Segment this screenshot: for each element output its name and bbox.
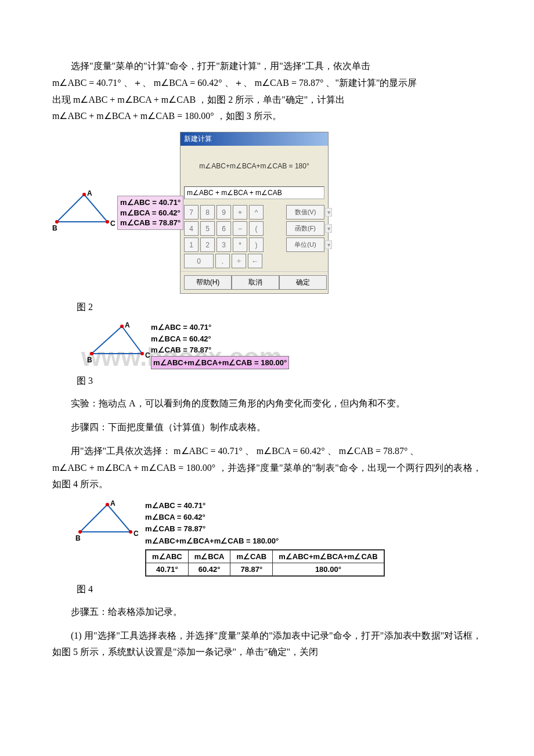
svg-text:C: C	[145, 351, 150, 359]
calc-input[interactable]: m∠ABC + m∠BCA + m∠CAB	[184, 186, 324, 199]
meas-bca: m∠BCA = 60.42°	[120, 208, 181, 218]
key-5[interactable]: 5	[200, 221, 215, 236]
svg-point-8	[120, 325, 124, 328]
p1-text-e: ，如图 3 所示。	[217, 111, 282, 121]
fig3-bca: m∠BCA = 60.42°	[151, 333, 482, 345]
svg-text:B: B	[75, 534, 81, 542]
svg-point-10	[140, 352, 144, 355]
paragraph-1: 选择"度量"菜单的"计算"命令，打开"新建计算"，用"选择"工具，依次单击 m∠…	[52, 58, 482, 125]
angle-table: m∠ABC m∠BCA m∠CAB m∠ABC+m∠BCA+m∠CAB 40.7…	[145, 549, 385, 577]
dialog-buttons: 帮助(H) 取消 确定	[181, 271, 328, 293]
key-mult[interactable]: *	[233, 237, 247, 252]
key-rparen[interactable]: )	[249, 237, 264, 252]
td-abc: 40.71°	[146, 563, 188, 576]
key-caret[interactable]: ^	[249, 205, 264, 219]
svg-text:B: B	[52, 224, 57, 232]
fig4-sum: m∠ABC+m∠BCA+m∠CAB = 180.00°	[145, 535, 482, 547]
key-div[interactable]: ÷	[232, 254, 246, 268]
figure-2: A B C m∠ABC = 40.71° m∠BCA = 60.42° m∠CA…	[52, 132, 482, 294]
p4-e4: m∠ABC + m∠BCA + m∠CAB = 180.00°	[52, 463, 215, 473]
figure-3: A B C m∠ABC = 40.71° m∠BCA = 60.42° m∠CA…	[87, 322, 482, 368]
sep2: 、＋、	[225, 78, 252, 88]
caption-4: 图 4	[77, 584, 482, 596]
fig4-bca: m∠BCA = 60.42°	[145, 512, 482, 523]
paragraph-4: 用"选择"工具依次选择： m∠ABC = 40.71° 、 m∠BCA = 60…	[52, 443, 482, 493]
td-cab: 78.87°	[230, 563, 273, 576]
p4-e2: m∠BCA = 60.42°	[257, 446, 325, 456]
p1-text-d: ，如图 2 所示，单击"确定"，计算出	[198, 95, 345, 105]
p4-e3: m∠CAB = 78.87°	[339, 446, 408, 456]
fig4-cab: m∠CAB = 78.87°	[145, 523, 482, 535]
td-bca: 60.42°	[188, 563, 230, 576]
caption-2: 图 2	[77, 301, 482, 314]
key-8[interactable]: 8	[200, 205, 215, 219]
eq-bca: m∠BCA = 60.42°	[154, 78, 222, 88]
p1-text-b: 、"新建计算"的显示屏	[326, 78, 417, 88]
eq-sum-result: m∠ABC + m∠BCA + m∠CAB = 180.00°	[52, 111, 214, 121]
keys-grid: 7 8 9 + ^ 4 5 6 − ( 1 2	[184, 205, 283, 270]
key-4[interactable]: 4	[184, 221, 199, 236]
caption-3: 图 3	[77, 375, 482, 387]
th-cab: m∠CAB	[230, 550, 273, 563]
ok-button[interactable]: 确定	[279, 275, 327, 290]
calc-dialog-title: 新建计算	[181, 132, 328, 146]
svg-text:C: C	[134, 530, 139, 538]
key-3[interactable]: 3	[217, 237, 231, 252]
key-dot[interactable]: .	[215, 254, 230, 268]
eq-abc: m∠ABC = 40.71°	[52, 78, 121, 88]
th-sum: m∠ABC+m∠BCA+m∠CAB	[273, 550, 384, 563]
key-lparen[interactable]: (	[249, 221, 264, 236]
meas-abc: m∠ABC = 40.71°	[120, 197, 181, 208]
fig3-cab: m∠CAB = 78.87°	[151, 344, 482, 356]
key-6[interactable]: 6	[217, 221, 231, 236]
fig3-sum-highlight: m∠ABC+m∠BCA+m∠CAB = 180.00°	[151, 356, 289, 370]
svg-marker-7	[92, 326, 142, 354]
svg-text:B: B	[87, 356, 92, 364]
key-plus[interactable]: +	[233, 205, 247, 219]
p4-s1: 、	[245, 446, 254, 456]
fig4-abc: m∠ABC = 40.71°	[145, 500, 482, 512]
side-buttons: 数值(V) 函数(F) 单位(U)	[286, 205, 324, 270]
p1-text-a: 选择"度量"菜单的"计算"命令，打开"新建计算"，用"选择"工具，依次单击	[71, 61, 370, 71]
key-9[interactable]: 9	[217, 205, 231, 219]
paragraph-step5: 步骤五：给表格添加记录。	[52, 604, 482, 621]
svg-text:C: C	[110, 219, 116, 228]
th-bca: m∠BCA	[188, 550, 230, 563]
triangle-block: A B C m∠ABC = 40.71° m∠BCA = 60.42° m∠CA…	[52, 190, 168, 294]
svg-point-3	[106, 220, 109, 224]
key-7[interactable]: 7	[184, 205, 199, 219]
keypad: 7 8 9 + ^ 4 5 6 − ( 1 2	[181, 203, 328, 271]
key-0[interactable]: 0	[184, 254, 214, 268]
eq-sum: m∠ABC + m∠BCA + m∠CAB	[73, 95, 196, 105]
svg-point-1	[82, 193, 86, 196]
values-button[interactable]: 数值(V)	[286, 205, 324, 219]
meas-cab: m∠CAB = 78.87°	[120, 218, 181, 228]
p4-e1: m∠ABC = 40.71°	[174, 446, 243, 456]
svg-point-17	[129, 530, 132, 534]
p1-text-c: 出现	[52, 95, 71, 105]
p4-a: 用"选择"工具依次选择：	[71, 446, 171, 456]
key-2[interactable]: 2	[200, 237, 215, 252]
sep1: 、＋、	[124, 78, 151, 88]
svg-point-15	[106, 503, 109, 506]
units-button[interactable]: 单位(U)	[286, 237, 324, 252]
svg-text:A: A	[87, 190, 92, 197]
eq-cab: m∠CAB = 78.87°	[255, 78, 324, 88]
key-1[interactable]: 1	[184, 237, 199, 252]
key-minus[interactable]: −	[233, 221, 247, 236]
figure-4: A B C m∠ABC = 40.71° m∠BCA = 60.42° m∠CA…	[75, 500, 482, 577]
measurement-box: m∠ABC = 40.71° m∠BCA = 60.42° m∠CAB = 78…	[117, 196, 183, 230]
functions-button[interactable]: 函数(F)	[286, 221, 324, 236]
th-abc: m∠ABC	[146, 550, 188, 563]
calc-dialog: 新建计算 m∠ABC+m∠BCA+m∠CAB = 180° m∠ABC + m∠…	[180, 132, 329, 294]
key-back[interactable]: ←	[248, 254, 262, 268]
svg-text:A: A	[110, 500, 116, 507]
triangle-svg-3: A B C	[87, 322, 151, 365]
help-button[interactable]: 帮助(H)	[184, 275, 232, 290]
svg-text:A: A	[125, 322, 130, 329]
td-sum: 180.00°	[273, 563, 384, 576]
paragraph-experiment: 实验：拖动点 A，可以看到角的度数随三角形的内角变化而变化，但内角和不变。	[52, 395, 482, 412]
cancel-button[interactable]: 取消	[232, 275, 279, 290]
p4-s3: 、	[410, 446, 419, 456]
svg-marker-0	[57, 195, 107, 222]
